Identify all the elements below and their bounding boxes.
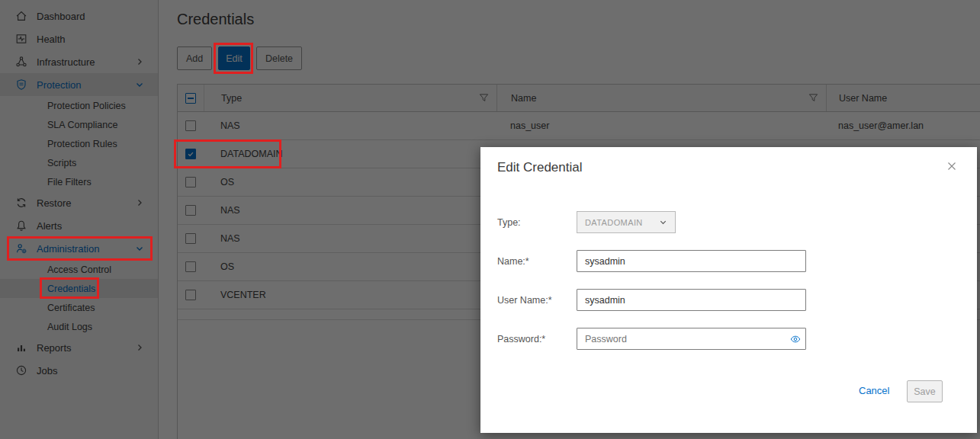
cancel-button[interactable]: Cancel — [859, 385, 889, 396]
save-button: Save — [907, 380, 943, 402]
type-select-value: DATADOMAIN — [585, 218, 643, 227]
password-field-label: Password:* — [497, 334, 545, 344]
app-window: Dashboard Health Infrastructure Protecti… — [0, 0, 980, 439]
name-field-label: Name:* — [497, 256, 529, 267]
type-select: DATADOMAIN — [577, 211, 676, 233]
user-name-input[interactable] — [577, 289, 806, 311]
type-field-label: Type: — [497, 217, 521, 228]
close-icon[interactable] — [946, 161, 957, 171]
password-input[interactable] — [577, 328, 806, 350]
chevron-down-icon — [659, 218, 667, 226]
user-name-field-label: User Name:* — [497, 295, 552, 306]
password-field — [577, 328, 806, 350]
dialog-title: Edit Credential — [497, 160, 583, 175]
edit-credential-dialog: Edit Credential Type: DATADOMAIN Name:* … — [480, 147, 977, 433]
name-input[interactable] — [577, 250, 806, 272]
show-password-icon[interactable] — [790, 334, 801, 344]
